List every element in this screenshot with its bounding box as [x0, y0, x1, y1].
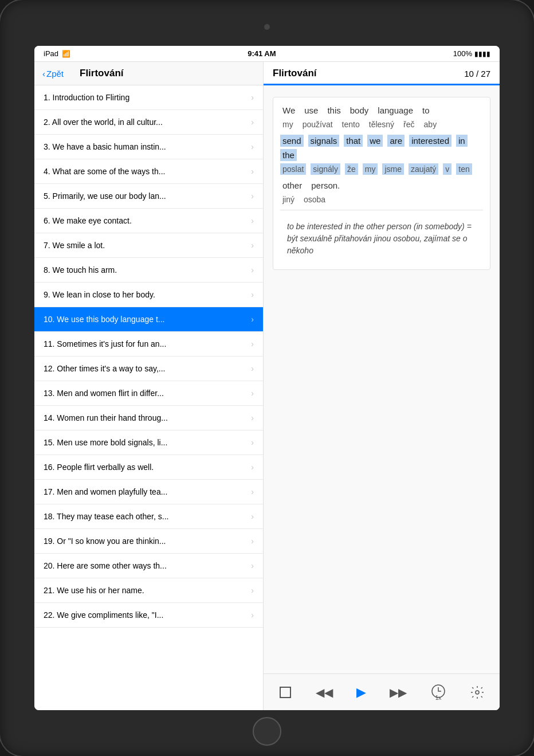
item-text: 10. We use this body language t...: [44, 315, 246, 324]
item-text: 6. We make eye contact.: [44, 216, 246, 225]
fast-forward-button[interactable]: ▶▶: [386, 682, 410, 703]
list-item[interactable]: 3. We have a basic human instin... ›: [34, 135, 263, 159]
expand-button[interactable]: [275, 682, 296, 703]
trans-row-3: jiný osoba: [280, 194, 483, 205]
back-button[interactable]: ‹ Zpět: [42, 69, 64, 79]
settings-button[interactable]: [466, 681, 488, 703]
sentence-row-3: other person.: [280, 179, 483, 191]
ipad-screen: iPad 📶 9:41 AM 100% ▮▮▮▮ ‹ Zpět Flirtová…: [34, 46, 500, 710]
right-title: Flirtování: [273, 68, 317, 84]
list-item[interactable]: 8. We touch his arm. ›: [34, 258, 263, 283]
item-text: 9. We lean in close to her body.: [44, 290, 246, 299]
item-text: 19. Or "I so know you are thinkin...: [44, 536, 246, 546]
chevron-right-icon: ›: [251, 93, 254, 102]
chevron-right-icon: ›: [251, 610, 254, 620]
nav-header: ‹ Zpět Flirtování: [34, 62, 263, 85]
chevron-right-icon: ›: [251, 389, 254, 398]
list-item[interactable]: 9. We lean in close to her body. ›: [34, 283, 263, 307]
right-panel: Flirtování 10 / 27 We use this body lang…: [264, 62, 500, 710]
word-signals: signals: [308, 135, 340, 147]
list-item[interactable]: 5. Primarily, we use our body lan... ›: [34, 184, 263, 209]
trans-pouzivat: používat: [300, 119, 335, 130]
word-the: the: [280, 149, 297, 161]
chevron-right-icon: ›: [251, 487, 254, 496]
item-text: 12. Other times it's a way to say,...: [44, 364, 246, 373]
list-item[interactable]: 15. Men use more bold signals, li... ›: [34, 430, 263, 455]
bottom-toolbar: ◀◀ ▶ ▶▶ 1x: [264, 673, 500, 710]
list-item[interactable]: 11. Sometimes it's just for fun an... ›: [34, 332, 263, 357]
item-text: 18. They may tease each other, s...: [44, 512, 246, 521]
chevron-right-icon: ›: [251, 265, 254, 275]
chevron-right-icon: ›: [251, 339, 254, 348]
ipad-frame: iPad 📶 9:41 AM 100% ▮▮▮▮ ‹ Zpět Flirtová…: [0, 0, 534, 756]
status-left: iPad 📶: [44, 49, 70, 58]
chevron-right-icon: ›: [251, 167, 254, 176]
chevron-right-icon: ›: [251, 142, 254, 151]
rewind-icon: ◀◀: [316, 686, 333, 699]
item-text: 16. People flirt verbally as well.: [44, 463, 246, 472]
word-in: in: [456, 135, 468, 147]
word-we: We: [280, 104, 297, 116]
list-item[interactable]: 20. Here are some other ways th... ›: [34, 554, 263, 578]
chevron-right-icon: ›: [251, 536, 254, 546]
word-interested: interested: [409, 135, 451, 147]
trans-row-2: poslat signály že my jsme zaujatý v ten: [280, 163, 483, 175]
chevron-right-icon: ›: [251, 315, 254, 324]
chevron-right-icon: ›: [251, 463, 254, 472]
chevron-right-icon: ›: [251, 216, 254, 225]
chevron-right-icon: ›: [251, 438, 254, 447]
translation-block: We use this body language to my používat…: [273, 97, 490, 270]
play-icon: ▶: [356, 685, 366, 700]
trans-zaujaty: zaujatý: [409, 163, 438, 175]
list-item[interactable]: 14. Women run their hand throug... ›: [34, 406, 263, 430]
trans-my: my: [280, 119, 296, 130]
play-button[interactable]: ▶: [353, 681, 370, 703]
item-text: 17. Men and women playfully tea...: [44, 487, 246, 496]
speed-button[interactable]: 1x: [427, 680, 450, 704]
list-item[interactable]: 22. We give compliments like, "I... ›: [34, 603, 263, 628]
list-item[interactable]: 17. Men and women playfully tea... ›: [34, 480, 263, 504]
right-header: Flirtování 10 / 27: [264, 62, 500, 85]
list-item[interactable]: 1. Introduction to Flirting ›: [34, 85, 263, 110]
item-text: 20. Here are some other ways th...: [44, 561, 246, 570]
word-this: this: [325, 104, 343, 116]
list-item[interactable]: 18. They may tease each other, s... ›: [34, 504, 263, 529]
home-button[interactable]: [253, 717, 281, 746]
word-person: person.: [309, 179, 342, 191]
left-panel: ‹ Zpět Flirtování 1. Introduction to Fli…: [34, 62, 264, 710]
page-count: 10 / 27: [464, 69, 490, 83]
list-item[interactable]: 2. All over the world, in all cultur... …: [34, 110, 263, 135]
chevron-right-icon: ›: [251, 290, 254, 299]
trans-tento: tento: [340, 119, 362, 130]
list-item[interactable]: 7. We smile a lot. ›: [34, 233, 263, 258]
item-text: 3. We have a basic human instin...: [44, 142, 246, 151]
word-language: language: [375, 104, 415, 116]
sentence-row-2: send signals that we are interested in t…: [280, 135, 483, 161]
item-text: 5. Primarily, we use our body lan...: [44, 191, 246, 201]
trans-jiny: jiný: [280, 194, 297, 205]
list-item[interactable]: 6. We make eye contact. ›: [34, 209, 263, 233]
list-item[interactable]: 19. Or "I so know you are thinkin... ›: [34, 529, 263, 554]
camera-icon: [264, 24, 270, 30]
list-item[interactable]: 13. Men and women flirt in differ... ›: [34, 381, 263, 406]
list-item[interactable]: 4. What are some of the ways th... ›: [34, 159, 263, 184]
item-text: 1. Introduction to Flirting: [44, 93, 246, 102]
word-use: use: [302, 104, 320, 116]
list-item[interactable]: 10. We use this body language t... ›: [34, 307, 263, 332]
trans-telesny: tělesný: [367, 119, 396, 130]
svg-point-2: [476, 691, 479, 694]
status-bar: iPad 📶 9:41 AM 100% ▮▮▮▮: [34, 46, 500, 62]
item-text: 8. We touch his arm.: [44, 265, 246, 275]
trans-aby: aby: [422, 119, 439, 130]
sentence-row-1: We use this body language to: [280, 104, 483, 116]
list-item[interactable]: 21. We use his or her name. ›: [34, 578, 263, 603]
list-item[interactable]: 12. Other times it's a way to say,... ›: [34, 357, 263, 381]
item-text: 11. Sometimes it's just for fun an...: [44, 339, 246, 348]
word-to: to: [420, 104, 432, 116]
battery-label: 100%: [453, 49, 472, 58]
rewind-button[interactable]: ◀◀: [312, 682, 336, 703]
trans-row-1: my používat tento tělesný řeč aby: [280, 119, 483, 130]
chevron-right-icon: ›: [251, 561, 254, 570]
list-item[interactable]: 16. People flirt verbally as well. ›: [34, 455, 263, 480]
trans-v: v: [443, 163, 451, 175]
